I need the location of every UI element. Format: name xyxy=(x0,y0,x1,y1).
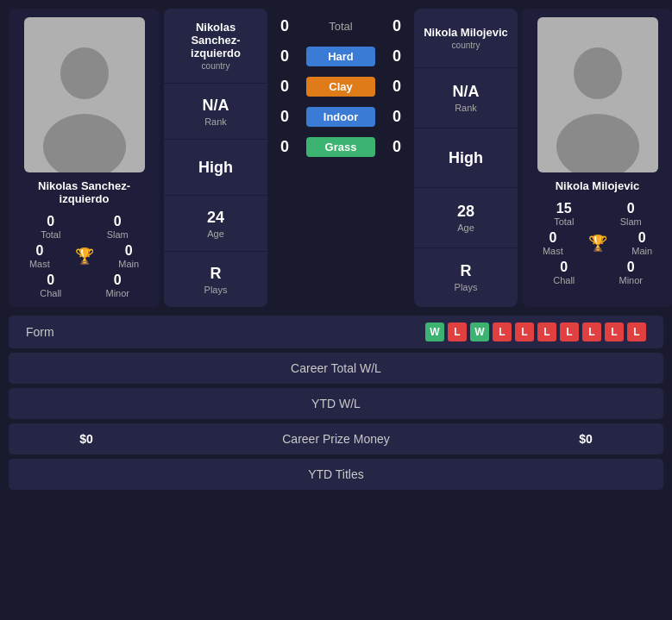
prize-left: $0 xyxy=(26,432,147,446)
player1-rank-label: Rank xyxy=(204,116,227,127)
player1-age-value: 24 xyxy=(207,209,224,227)
player1-high-cell: High xyxy=(164,140,267,196)
indoor-score-row: 0 Indoor 0 xyxy=(272,102,410,132)
indoor-right-score: 0 xyxy=(393,108,401,126)
form-badge-l: L xyxy=(448,323,467,341)
center-section: Nikolas Sanchez-izquierdo country N/A Ra… xyxy=(164,9,518,307)
player2-chall-minor-row: 0 Chall 0 Minor xyxy=(531,260,664,285)
grass-right-score: 0 xyxy=(393,138,401,156)
player1-age-cell: 24 Age xyxy=(164,196,267,252)
player1-total-label: Total xyxy=(41,229,60,240)
player1-chall-cell: 0 Chall xyxy=(17,272,85,298)
player2-chall-label: Chall xyxy=(553,275,575,285)
player2-chall-cell: 0 Chall xyxy=(531,260,598,285)
player1-total-slam-row: 0 Total 0 Slam xyxy=(17,214,151,240)
player2-total-cell: 15 Total xyxy=(531,201,598,227)
player2-rank-cell: N/A Rank xyxy=(414,68,518,128)
svg-point-0 xyxy=(60,47,109,99)
player1-detail-card: Nikolas Sanchez-izquierdo country N/A Ra… xyxy=(164,9,267,307)
hard-button[interactable]: Hard xyxy=(306,47,375,66)
player1-high-value: High xyxy=(198,159,233,177)
prize-label: Career Prize Money xyxy=(147,432,525,446)
bottom-section: Form WLWLLLLLLL Career Total W/L YTD W/L… xyxy=(0,316,672,497)
player2-country: country xyxy=(452,41,480,50)
player2-detail-name: Nikola Milojevic xyxy=(424,26,508,39)
score-column: 0 Total 0 0 Hard 0 0 Clay 0 0 xyxy=(272,9,410,307)
player2-age-cell: 28 Age xyxy=(414,188,518,247)
player2-main-label: Main xyxy=(631,246,652,256)
form-badge-w: W xyxy=(425,323,444,341)
grass-score-row: 0 Grass 0 xyxy=(272,132,410,162)
player2-minor-label: Minor xyxy=(619,275,643,285)
clay-score-row: 0 Clay 0 xyxy=(272,72,410,102)
grass-left-score: 0 xyxy=(280,138,289,156)
player1-age-label: Age xyxy=(207,229,224,239)
player2-total-value: 15 xyxy=(556,201,572,216)
player1-slam-value: 0 xyxy=(114,214,122,229)
prize-row: $0 Career Prize Money $0 xyxy=(9,423,663,454)
ytd-wl-row: YTD W/L xyxy=(9,388,663,419)
indoor-button[interactable]: Indoor xyxy=(306,107,375,127)
left-total-score: 0 xyxy=(280,17,289,35)
player2-name: Nikola Milojevic xyxy=(556,179,640,192)
player1-main-cell: 0 Main xyxy=(106,243,151,269)
player2-minor-value: 0 xyxy=(627,260,635,275)
player2-slam-label: Slam xyxy=(620,216,642,227)
player1-total-value: 0 xyxy=(47,214,54,229)
player1-avatar xyxy=(24,17,145,172)
player1-country: country xyxy=(202,61,230,71)
career-wl-row: Career Total W/L xyxy=(9,353,663,384)
hard-score-row: 0 Hard 0 xyxy=(272,41,410,72)
player2-rank-value: N/A xyxy=(453,83,480,101)
clay-button[interactable]: Clay xyxy=(306,77,375,97)
player2-age-label: Age xyxy=(457,222,474,233)
player1-main-label: Main xyxy=(118,259,139,269)
player2-mast-cell: 0 Mast xyxy=(531,230,575,256)
svg-point-3 xyxy=(556,114,639,172)
form-badge-w: W xyxy=(470,323,489,341)
player2-plays-label: Plays xyxy=(455,282,478,292)
player2-mast-main-row: 0 Mast 🏆 0 Main xyxy=(531,230,664,256)
player2-chall-value: 0 xyxy=(560,260,568,275)
player2-rank-label: Rank xyxy=(455,103,477,113)
player2-plays-value: R xyxy=(461,262,472,280)
player2-avatar xyxy=(537,17,658,172)
grass-button[interactable]: Grass xyxy=(306,137,375,157)
player2-trophy-icon: 🏆 xyxy=(588,234,607,253)
main-container: Nikolas Sanchez-izquierdo 0 Total 0 Slam… xyxy=(0,0,672,497)
player1-mast-value: 0 xyxy=(35,243,43,259)
player1-chall-value: 0 xyxy=(47,272,54,288)
player1-slam-label: Slam xyxy=(107,229,129,240)
form-badge-l: L xyxy=(627,323,646,341)
svg-point-1 xyxy=(43,114,126,172)
player2-high-cell: High xyxy=(414,128,518,188)
player2-name-cell: Nikola Milojevic country xyxy=(414,9,518,68)
player2-high-value: High xyxy=(449,149,483,167)
total-score-row: 0 Total 0 xyxy=(272,13,410,40)
hard-right-score: 0 xyxy=(393,47,401,66)
player2-total-label: Total xyxy=(554,216,574,227)
player1-rank-cell: N/A Rank xyxy=(164,84,267,140)
form-badge-l: L xyxy=(537,323,556,341)
player2-slam-value: 0 xyxy=(627,201,635,216)
prize-right: $0 xyxy=(525,432,646,446)
player2-slam-cell: 0 Slam xyxy=(598,201,665,227)
form-row: Form WLWLLLLLLL xyxy=(9,316,663,348)
total-score-label: Total xyxy=(329,20,352,33)
form-badges: WLWLLLLLLL xyxy=(425,323,646,341)
player2-main-value: 0 xyxy=(638,230,646,246)
player1-chall-label: Chall xyxy=(40,288,61,298)
form-badge-l: L xyxy=(515,323,534,341)
player2-total-slam-row: 15 Total 0 Slam xyxy=(531,201,664,227)
player1-rank-value: N/A xyxy=(203,97,229,115)
player2-minor-cell: 0 Minor xyxy=(598,260,665,285)
player1-stats: 0 Total 0 Slam 0 Mast 🏆 xyxy=(17,214,151,298)
career-wl-label: Career Total W/L xyxy=(147,361,525,375)
clay-left-score: 0 xyxy=(280,78,289,96)
player1-trophy-icon: 🏆 xyxy=(75,247,94,266)
form-badge-l: L xyxy=(582,323,601,341)
player1-minor-cell: 0 Minor xyxy=(85,272,152,298)
form-label: Form xyxy=(26,325,95,339)
player2-stats: 15 Total 0 Slam 0 Mast 🏆 xyxy=(531,201,664,285)
player1-plays-label: Plays xyxy=(204,285,228,295)
